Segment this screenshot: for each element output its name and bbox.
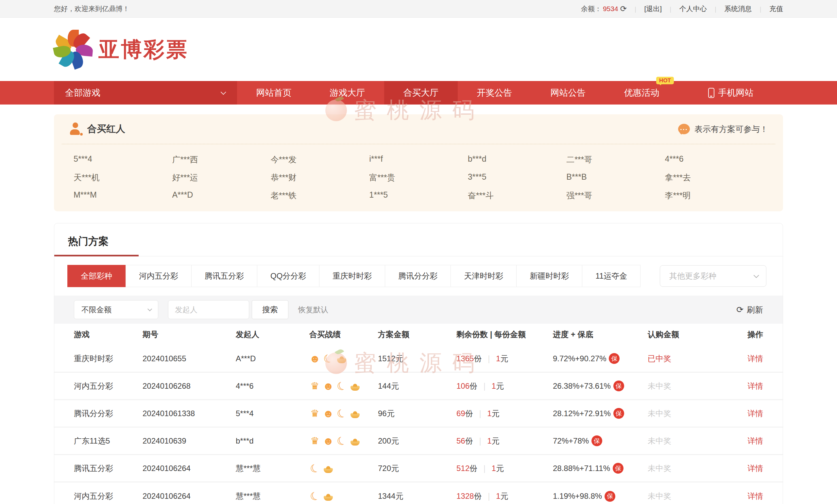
refresh-label: 刷新	[747, 304, 763, 315]
amount-cell: 1344元	[378, 491, 457, 501]
status-cell: 未中奖	[648, 463, 733, 473]
shares-cell: 69份｜1元	[457, 408, 553, 419]
hot-users-panel: 合买红人 表示有方案可参与！ 5***4广***西今***发i***fb***d…	[54, 114, 783, 211]
site-logo[interactable]: 亚博彩票	[54, 30, 189, 69]
shares-unit: 份	[465, 409, 473, 418]
hot-user[interactable]: 李***明	[665, 190, 763, 201]
progress-text: 28.88%+71.11%	[553, 464, 610, 473]
nav-item-label: 优惠活动	[624, 87, 659, 99]
hot-user[interactable]: 富***贵	[369, 172, 467, 183]
hot-user[interactable]: i***f	[369, 154, 467, 165]
nav-item-label: 合买大厅	[404, 87, 439, 99]
guarantee-badge: 保	[613, 463, 623, 473]
issue-cell: 20240106268	[143, 381, 236, 391]
tab-2[interactable]: 河内五分彩	[126, 265, 192, 287]
detail-link[interactable]: 详情	[747, 491, 763, 500]
tab-6[interactable]: 腾讯分分彩	[385, 265, 451, 287]
topbar-links: ｜[退出]｜个人中心｜系统消息｜充值	[627, 4, 783, 13]
detail-link[interactable]: 详情	[747, 381, 763, 390]
face-icon	[323, 380, 334, 392]
balance-refresh-icon[interactable]: ⟳	[620, 4, 627, 13]
guarantee-badge: 保	[605, 491, 615, 502]
moon-icon	[309, 490, 320, 502]
nav-item-1[interactable]: 网站首页	[237, 81, 310, 105]
detail-link[interactable]: 详情	[747, 354, 763, 363]
nav-item-4[interactable]: 开奖公告	[458, 81, 531, 105]
hot-user[interactable]: 3***5	[468, 172, 566, 183]
hot-users-grid: 5***4广***西今***发i***fb***d二***哥4***6天***机…	[54, 144, 783, 203]
hot-user[interactable]: 强***哥	[566, 190, 665, 201]
progress-cell: 1.19%+98.8%保	[553, 491, 648, 502]
crown-icon	[309, 408, 320, 419]
crown-icon	[309, 380, 320, 392]
detail-link[interactable]: 详情	[747, 436, 763, 445]
separator: ｜	[758, 6, 763, 13]
shares-unit: 份	[465, 436, 473, 445]
record-medals	[309, 353, 378, 365]
refresh-link[interactable]: ⟳ 刷新	[736, 304, 763, 315]
guarantee-badge: 保	[613, 408, 624, 419]
hot-user[interactable]: 天***机	[74, 172, 172, 183]
separator: ｜	[476, 409, 484, 418]
shares-count: 69	[457, 409, 465, 418]
tab-7[interactable]: 天津时时彩	[451, 265, 517, 287]
reset-default-link[interactable]: 恢复默认	[298, 305, 328, 315]
nav-item-2[interactable]: 游戏大厅	[310, 81, 384, 105]
nav-item-3[interactable]: 合买大厅	[384, 81, 458, 105]
hot-user[interactable]: M***M	[74, 190, 172, 201]
topbar-link-系统消息[interactable]: 系统消息	[724, 5, 752, 13]
separator: ｜	[476, 436, 484, 445]
per-unit: 元	[496, 381, 504, 390]
per-unit: 元	[500, 354, 508, 363]
tab-4[interactable]: QQ分分彩	[257, 265, 319, 287]
person-icon	[69, 123, 83, 135]
hot-user[interactable]: 好***运	[172, 172, 270, 183]
game-cell: 河内五分彩	[74, 381, 143, 391]
nav-item-7[interactable]: 手机网站	[678, 81, 783, 105]
moon-icon	[323, 353, 334, 365]
hot-user[interactable]: 今***发	[271, 154, 369, 165]
hot-user[interactable]: 1***5	[369, 190, 467, 201]
hot-user[interactable]: A***D	[172, 190, 270, 201]
tab-3[interactable]: 腾讯五分彩	[192, 265, 257, 287]
tab-5[interactable]: 重庆时时彩	[319, 265, 385, 287]
hot-user[interactable]: 奋***斗	[468, 190, 566, 201]
nav-all-games[interactable]: 全部游戏	[54, 81, 237, 105]
amount-cell: 200元	[378, 436, 457, 446]
table-row: 腾讯五分彩20240106264慧***慧720元512份｜1元28.88%+7…	[54, 455, 783, 482]
hot-user[interactable]: 广***西	[172, 154, 270, 165]
tab-9[interactable]: 11运夺金	[582, 265, 641, 287]
more-lottery-select[interactable]: 其他更多彩种	[660, 265, 766, 287]
progress-text: 28.12%+72.91%	[553, 409, 611, 418]
initiator-input[interactable]	[168, 300, 249, 319]
detail-link[interactable]: 详情	[747, 464, 763, 473]
nav-item-5[interactable]: 网站公告	[531, 81, 605, 105]
hot-user[interactable]: 拿***去	[665, 172, 763, 183]
shares-count: 512	[457, 464, 469, 473]
hot-user[interactable]: 二***哥	[566, 154, 665, 165]
hot-user[interactable]: 恭***财	[271, 172, 369, 183]
amount-filter-select[interactable]: 不限金额	[74, 300, 158, 319]
crown-icon	[309, 435, 320, 447]
hot-user[interactable]: b***d	[468, 154, 566, 165]
hot-user[interactable]: B***B	[566, 172, 665, 183]
search-button[interactable]: 搜索	[252, 300, 288, 319]
moon-icon	[336, 435, 347, 447]
tab-8[interactable]: 新疆时时彩	[517, 265, 582, 287]
hot-user[interactable]: 老***铁	[271, 190, 369, 201]
topbar-link-个人中心[interactable]: 个人中心	[679, 5, 707, 13]
nav-item-6[interactable]: 优惠活动HOT	[605, 81, 678, 105]
topbar-link-退出[interactable]: [退出]	[644, 5, 662, 13]
topbar: 您好，欢迎来到亿鼎博！ 余额： 9534 ⟳ ｜[退出]｜个人中心｜系统消息｜充…	[0, 0, 837, 18]
hot-user[interactable]: 5***4	[74, 154, 172, 165]
shares-cell: 106份｜1元	[457, 381, 553, 391]
mobile-icon	[708, 88, 714, 98]
topbar-link-充值[interactable]: 充值	[769, 5, 783, 13]
action-cell: 详情	[733, 463, 763, 473]
hot-user[interactable]: 4***6	[665, 154, 763, 165]
detail-link[interactable]: 详情	[747, 409, 763, 418]
tab-1[interactable]: 全部彩种	[67, 265, 126, 287]
table-row: 腾讯分分彩2024010613385***496元69份｜1元28.12%+72…	[54, 400, 783, 428]
guarantee-badge: 保	[609, 353, 620, 364]
hot-users-header: 合买红人 表示有方案可参与！	[62, 114, 775, 144]
